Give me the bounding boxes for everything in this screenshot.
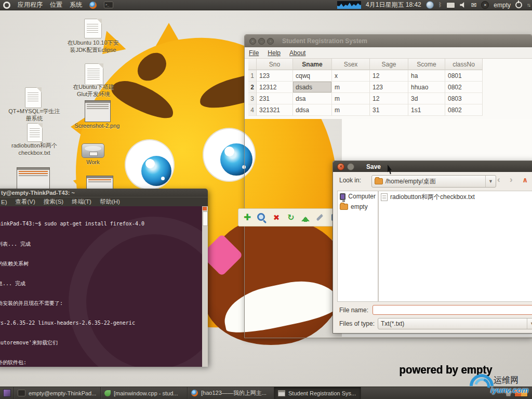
terminal-body[interactable]: hinkPad-T43:~$ sudo apt-get install fire… bbox=[0, 206, 208, 367]
show-desktop-button[interactable] bbox=[0, 387, 14, 399]
cell-sno[interactable]: 231 bbox=[257, 93, 293, 104]
refresh-icon[interactable]: ↻ bbox=[285, 212, 297, 223]
task-browser[interactable]: [hao123——我的上网主... bbox=[188, 387, 274, 399]
table-row[interactable]: 1 123 cqwq x 12 ha 0801 bbox=[248, 70, 483, 82]
cell-classno[interactable]: 0802 bbox=[445, 82, 483, 93]
search-icon[interactable] bbox=[256, 212, 268, 223]
mail-icon[interactable]: ✉ bbox=[471, 2, 476, 9]
desktop-icon-glut[interactable] bbox=[85, 63, 103, 85]
firefox-icon[interactable] bbox=[89, 2, 97, 9]
system-monitor-applet[interactable] bbox=[337, 1, 361, 9]
desktop-icon-qt-mysql[interactable] bbox=[25, 87, 42, 108]
chevron-down-icon[interactable]: ▼ bbox=[527, 318, 532, 329]
table-row[interactable]: 4 321321 ddsa m 31 1s1 0802 bbox=[248, 104, 483, 116]
delete-icon[interactable]: ✖ bbox=[271, 212, 282, 223]
back-icon[interactable]: ‹ bbox=[497, 175, 500, 185]
cell-sname[interactable]: ddsa bbox=[293, 104, 332, 116]
file-type-combo[interactable]: Txt(*.txt) ▼ bbox=[378, 318, 532, 329]
cell-sage[interactable]: 12 bbox=[370, 93, 408, 104]
cell-ssex[interactable]: x bbox=[332, 70, 370, 82]
file-list-item[interactable]: radiobutton和两个checkbox.txt bbox=[379, 191, 532, 203]
cell-classno[interactable]: 0803 bbox=[445, 93, 483, 104]
menu-search[interactable]: 搜索(S) bbox=[44, 198, 63, 206]
cell-classno[interactable]: 0801 bbox=[445, 70, 483, 82]
menu-view[interactable]: 查看(V) bbox=[16, 198, 35, 206]
add-icon[interactable]: ✚ bbox=[242, 212, 253, 223]
menu-file[interactable]: File bbox=[249, 49, 259, 57]
col-header[interactable]: Sname bbox=[293, 59, 332, 70]
network-icon[interactable] bbox=[426, 1, 434, 9]
col-header[interactable]: Scome bbox=[408, 59, 445, 70]
place-empty[interactable]: empty bbox=[338, 202, 378, 212]
place-computer[interactable]: Computer bbox=[338, 191, 378, 202]
desktop-icon-label[interactable]: 在Ubuntu 10.10下安 装JDK配置Eclipse bbox=[61, 39, 125, 54]
presence-icon[interactable]: ✕ bbox=[481, 1, 489, 9]
cell-scome[interactable]: 3d bbox=[408, 93, 445, 104]
cell-scome[interactable]: ha bbox=[408, 70, 445, 82]
cell-sname-selected[interactable]: dsads bbox=[293, 82, 332, 93]
cell-sage[interactable]: 123 bbox=[370, 82, 408, 93]
up-directory-icon[interactable]: ∧ bbox=[522, 176, 528, 184]
menu-places[interactable]: 位置 bbox=[50, 1, 62, 9]
cell-scome[interactable]: 1s1 bbox=[408, 104, 445, 116]
chevron-down-icon[interactable]: ▼ bbox=[485, 176, 493, 187]
desktop-icon-window-thumb[interactable] bbox=[17, 167, 50, 189]
volume-icon[interactable] bbox=[460, 2, 466, 8]
menu-help[interactable]: Help bbox=[268, 49, 281, 57]
cell-scome[interactable]: hhuao bbox=[408, 82, 445, 93]
cell-sno[interactable]: 321321 bbox=[257, 104, 293, 116]
desktop-icon-radiobutton-txt[interactable] bbox=[27, 123, 43, 142]
keyboard-icon[interactable] bbox=[446, 2, 455, 8]
updown-arrows-icon[interactable]: ↑↓ bbox=[527, 2, 530, 8]
srs-titlebar[interactable]: ✕ – + Student Registration System bbox=[245, 35, 532, 47]
desktop-icon-jdk-eclipse[interactable] bbox=[84, 19, 102, 38]
cell-sname[interactable]: dsa bbox=[293, 93, 332, 104]
clock[interactable]: 4月1日星期五 18:42 bbox=[366, 1, 421, 9]
cell-sname[interactable]: cqwq bbox=[293, 70, 332, 82]
menu-system[interactable]: 系统 bbox=[70, 1, 82, 9]
session-username[interactable]: empty bbox=[494, 2, 511, 9]
bluetooth-icon[interactable]: ᛒ bbox=[438, 2, 442, 8]
menu-terminal[interactable]: 终端(T) bbox=[72, 198, 91, 206]
maximize-icon[interactable]: + bbox=[267, 38, 274, 45]
table-row[interactable]: 3 231 dsa m 12 3d 0803 bbox=[248, 93, 483, 104]
task-srs-active[interactable]: Student Registration Sys... bbox=[274, 387, 361, 399]
task-editor[interactable]: [mainwindow.cpp - stud... bbox=[101, 387, 188, 399]
col-header[interactable]: classNo bbox=[445, 59, 483, 70]
forward-icon[interactable]: › bbox=[510, 175, 513, 185]
desktop-icon-work-drive[interactable] bbox=[82, 143, 104, 158]
cell-ssex[interactable]: m bbox=[332, 104, 370, 116]
desktop-icon-label[interactable]: Work bbox=[78, 159, 108, 166]
terminal-scrollbar[interactable] bbox=[202, 206, 208, 367]
col-header[interactable]: Sno bbox=[257, 59, 293, 70]
menu-applications[interactable]: 应用程序 bbox=[18, 1, 43, 9]
desktop-icon-label[interactable]: 在Ubuntu下搭建 Glut开发环境 bbox=[62, 84, 125, 98]
look-in-combo[interactable]: /home/empty/桌面 ▼ bbox=[371, 175, 496, 188]
cell-sage[interactable]: 12 bbox=[370, 70, 408, 82]
cell-sage[interactable]: 31 bbox=[370, 104, 408, 116]
menu-about[interactable]: About bbox=[289, 49, 305, 57]
desktop-icon-screenshot[interactable] bbox=[85, 100, 111, 122]
cell-ssex[interactable]: m bbox=[332, 93, 370, 104]
close-icon[interactable]: ✕ bbox=[337, 163, 344, 170]
file-name-input[interactable] bbox=[373, 305, 532, 315]
task-terminal[interactable]: empty@empty-ThinkPad... bbox=[14, 387, 101, 399]
terminal-titlebar[interactable]: ty@empty-ThinkPad-T43: ~ bbox=[0, 189, 208, 197]
save-dialog-titlebar[interactable]: ✕ Save bbox=[333, 161, 532, 172]
cell-classno[interactable]: 0802 bbox=[445, 104, 483, 116]
cell-sno[interactable]: 123 bbox=[257, 70, 293, 82]
desktop-icon-label[interactable]: QT+MYSQL=学生注 册系统 bbox=[4, 108, 64, 123]
minimize-icon[interactable] bbox=[347, 163, 354, 170]
col-header[interactable]: Sage bbox=[370, 59, 408, 70]
ubuntu-logo-icon[interactable] bbox=[3, 2, 10, 9]
desktop-icon-label[interactable]: radiobutton和两个 checkbox.txt bbox=[3, 142, 66, 157]
scrollbar-thumb[interactable] bbox=[203, 211, 208, 226]
desktop-icon-label[interactable]: Screenshot-2.png bbox=[68, 123, 127, 130]
cell-sno[interactable]: 12312 bbox=[257, 82, 293, 93]
minimize-icon[interactable]: – bbox=[258, 38, 265, 45]
tools-icon[interactable] bbox=[314, 212, 326, 223]
col-header[interactable]: Ssex bbox=[332, 59, 370, 70]
menu-edit[interactable]: E) bbox=[1, 199, 7, 205]
table-row-selected[interactable]: 2 12312 dsads m 123 hhuao 0802 bbox=[248, 82, 483, 93]
power-icon[interactable] bbox=[515, 2, 522, 8]
